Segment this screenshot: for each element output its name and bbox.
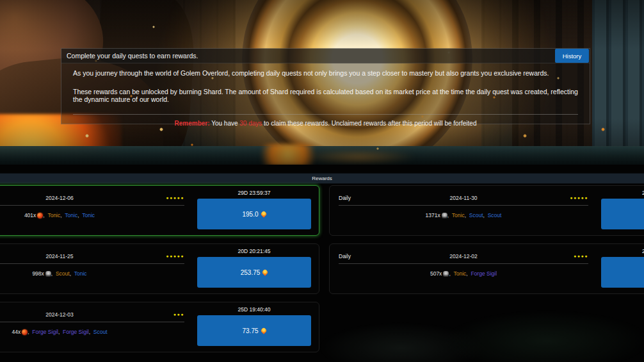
card-info: Daily 2024-11-30 ●●●●● 1371x Tonic Scout… [330, 186, 597, 235]
card-info: Daily 2024-12-02 ●●●● 507x Tonic Forge S… [330, 244, 597, 293]
burn-button[interactable] [601, 199, 644, 229]
card-top-row: 2024-11-25 ●●●●● [0, 252, 184, 261]
card-timer: 20D 20:21:45 [197, 248, 311, 256]
reward-card: 2024-12-03 ●●● 44x Forge Sigil Forge Sig… [0, 302, 319, 352]
burn-button[interactable]: 253.75 [197, 257, 311, 288]
card-burn-section: 29D 23:59:37 195.0 [193, 186, 319, 235]
info-paragraph-2: These rewards can be unlocked by burning… [73, 88, 578, 103]
page: Complete your daily quests to earn rewar… [0, 0, 644, 362]
burn-button[interactable]: 73.75 [197, 315, 311, 346]
flame-icon [260, 210, 267, 217]
card-burn-section: 2 [597, 244, 644, 293]
card-divider [0, 322, 184, 322]
card-amount: 1371x [426, 212, 440, 218]
reward-item[interactable]: Tonic [47, 212, 65, 218]
card-top-row: Daily 2024-12-02 ●●●● [339, 252, 588, 261]
reward-card: 2024-11-25 ●●●●● 998x Scout Tonic 20D 20… [0, 243, 319, 294]
remember-days: 30 days [239, 120, 262, 127]
info-panel-title: Complete your daily quests to earn rewar… [61, 52, 198, 60]
shard-icon [37, 213, 43, 218]
card-type-label: Daily [339, 253, 383, 259]
remember-label: Remember: [175, 120, 210, 127]
reward-item[interactable]: Tonic [65, 212, 82, 218]
card-stars: ●●●●● [140, 193, 184, 202]
card-date: 2024-11-25 [0, 253, 140, 259]
remember-mid: You have [210, 120, 240, 127]
info-panel-header: Complete your daily quests to earn rewar… [61, 49, 590, 63]
card-items: 401x Tonic Tonic Tonic [0, 212, 184, 218]
card-top-row: 2024-12-06 ●●●●● [0, 193, 184, 202]
amount-group: 44x [12, 329, 32, 335]
reward-item[interactable]: Forge Sigil [471, 270, 497, 277]
card-timer: 25D 19:40:40 [197, 306, 311, 314]
reward-item[interactable]: Forge Sigil [32, 329, 63, 335]
reward-item[interactable]: Scout [469, 212, 488, 218]
card-amount: 998x [32, 270, 44, 277]
card-top-row: Daily 2024-11-30 ●●●●● [339, 193, 588, 202]
reward-item[interactable]: Forge Sigil [63, 329, 93, 335]
reward-item[interactable]: Scout [56, 270, 74, 277]
card-divider [339, 263, 588, 264]
card-amount: 507x [430, 270, 442, 277]
card-divider [339, 205, 588, 206]
card-items: 44x Forge Sigil Forge Sigil Scout [0, 329, 184, 335]
history-button[interactable]: History [555, 49, 589, 63]
reward-item[interactable]: Tonic [82, 212, 95, 218]
card-stars: ●●●●● [543, 193, 588, 202]
card-top-row: 2024-12-03 ●●● [0, 310, 184, 319]
card-date: 2024-12-02 [383, 253, 543, 259]
card-stars: ●●●●● [140, 252, 184, 261]
card-divider [0, 263, 184, 264]
info-divider [73, 114, 578, 115]
amount-group: 401x [24, 212, 48, 218]
reward-card: Daily 2024-11-30 ●●●●● 1371x Tonic Scout… [329, 185, 644, 236]
card-stars: ●●● [140, 310, 184, 319]
info-paragraph-1: As you journey through the world of Gole… [73, 69, 578, 77]
reward-item[interactable]: Tonic [452, 212, 469, 218]
rewards-section-label: Rewards [312, 176, 332, 181]
card-amount: 401x [24, 212, 36, 218]
card-info: 2024-12-06 ●●●●● 401x Tonic Tonic Tonic [0, 186, 193, 235]
golem-icon [442, 213, 447, 218]
burn-button[interactable] [601, 257, 644, 288]
card-stars: ●●●● [543, 252, 588, 261]
card-timer: 29D 23:59:37 [197, 190, 311, 197]
daily-quest-info-panel: Complete your daily quests to earn rewar… [61, 48, 590, 124]
info-panel-body: As you journey through the world of Gole… [61, 63, 590, 103]
card-info: 2024-11-25 ●●●●● 998x Scout Tonic [0, 244, 193, 293]
card-burn-section: 25D 19:40:40 73.75 [193, 302, 319, 352]
amount-group: 1371x [426, 212, 452, 218]
card-date: 2024-12-03 [0, 311, 140, 318]
reward-item[interactable]: Scout [93, 329, 108, 335]
background-artwork-lower [320, 292, 644, 362]
amount-group: 998x [32, 270, 56, 277]
card-divider [0, 205, 184, 206]
reward-item[interactable]: Tonic [453, 270, 471, 277]
flame-icon [260, 327, 267, 334]
card-amount: 44x [12, 329, 20, 335]
golem-icon [443, 271, 449, 277]
shard-icon [22, 329, 28, 335]
reward-card: Daily 2024-12-02 ●●●● 507x Tonic Forge S… [329, 243, 644, 294]
remember-rest: to claim these rewards. Unclaimed reward… [262, 120, 476, 127]
card-type-label: Daily [339, 195, 383, 201]
card-items: 507x Tonic Forge Sigil [339, 270, 588, 277]
card-timer: 2 [601, 190, 644, 197]
card-date: 2024-12-06 [0, 195, 140, 201]
card-burn-section: 20D 20:21:45 253.75 [193, 244, 319, 293]
golem-icon [45, 271, 51, 277]
card-date: 2024-11-30 [383, 195, 543, 201]
card-items: 1371x Tonic Scout Scout [339, 212, 588, 218]
reward-item[interactable]: Scout [488, 212, 502, 218]
flame-icon [262, 268, 269, 276]
burn-value: 195.0 [242, 211, 258, 218]
reward-card: 2024-12-06 ●●●●● 401x Tonic Tonic Tonic … [0, 185, 319, 236]
card-burn-section: 2 [597, 186, 644, 235]
remember-note: Remember: You have 30 days to claim thes… [61, 120, 590, 127]
reward-item[interactable]: Tonic [74, 270, 87, 277]
card-timer: 2 [601, 248, 644, 256]
amount-group: 507x [430, 270, 454, 277]
card-info: 2024-12-03 ●●● 44x Forge Sigil Forge Sig… [0, 302, 193, 352]
burn-button[interactable]: 195.0 [197, 199, 311, 229]
burn-value: 73.75 [242, 327, 258, 334]
